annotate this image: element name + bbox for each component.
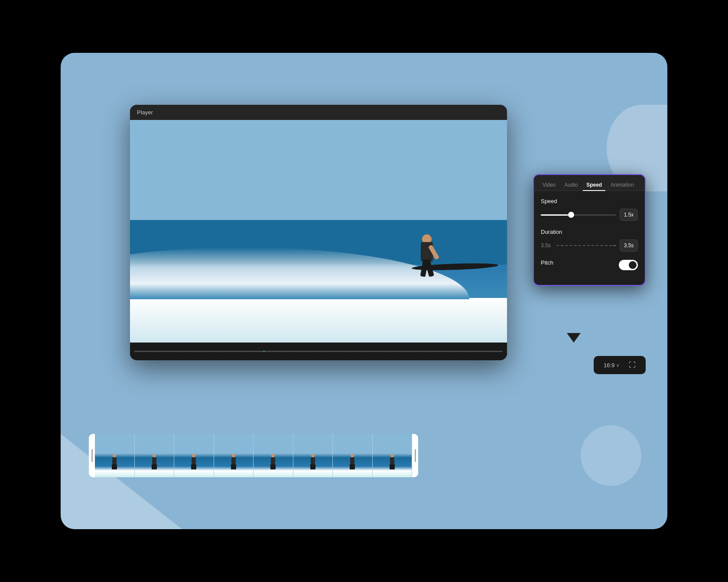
film-frame-4 [214,434,254,477]
speed-value: 1.5x [620,209,638,221]
tab-video[interactable]: Video [539,179,559,191]
mini-surfer-4 [230,454,237,469]
player-title: Player [137,109,153,116]
pitch-section: Pitch [541,259,638,270]
film-frame-3 [174,434,214,477]
film-frame-7 [333,434,373,477]
speed-slider-row: 1.5x [541,209,638,221]
timeline-track[interactable] [134,351,503,352]
speed-slider-thumb[interactable] [568,212,574,218]
expand-icon[interactable]: ⛶ [629,361,636,369]
mini-surfer-8 [389,454,396,469]
panel-tabs: Video Audio Speed Animation [534,175,645,191]
duration-end: 3.5s [620,239,638,252]
mini-surfer-7 [349,454,356,469]
player-window: Player [130,105,507,360]
filmstrip-handle-right[interactable] [412,434,418,477]
speed-label: Speed [541,198,638,204]
duration-section: Duration 3.5s → 3.5s [541,229,638,252]
pitch-label: Pitch [541,259,553,266]
speed-section: Speed 1.5x [541,198,638,221]
filmstrip-frames [95,434,412,477]
duration-label: Duration [541,229,638,235]
handle-line-left [91,449,93,462]
film-frame-5 [254,434,293,477]
mini-surfer-6 [309,454,316,469]
bg-shape-bottom-right [581,425,641,486]
duration-track-container: → [556,241,616,250]
timeline-cursor [263,351,264,352]
tab-audio[interactable]: Audio [561,179,581,191]
mini-surfer-3 [190,454,197,469]
duration-row: 3.5s → 3.5s [541,239,638,252]
aspect-ratio-bar[interactable]: 16:9 ∨ ⛶ [594,356,646,374]
film-frame-2 [135,434,175,477]
film-frame-6 [293,434,333,477]
mini-surfer-2 [151,454,158,469]
filmstrip [89,434,418,477]
panel-caret [567,333,581,343]
film-frame-1 [95,434,135,477]
speed-slider-container[interactable] [541,210,616,219]
outer-background: Player [61,53,667,529]
surf-scene [130,120,507,343]
duration-start: 3.5s [541,242,553,249]
panel-content: Speed 1.5x Duration 3.5s [534,191,645,285]
handle-line-right [415,449,416,462]
filmstrip-handle-left[interactable] [89,434,95,477]
duration-arrow-right: → [611,242,616,249]
film-frame-8 [373,434,413,477]
player-video-area [130,120,507,343]
mini-surfer-1 [111,454,118,469]
aspect-ratio-label: 16:9 ∨ [604,362,619,369]
toggle-knob [629,261,637,269]
player-titlebar: Player [130,105,507,120]
mini-surfer-5 [270,454,276,469]
pitch-row: Pitch [541,259,638,270]
pitch-toggle[interactable] [619,260,638,270]
tab-speed[interactable]: Speed [583,179,605,191]
speed-slider-fill [541,214,571,216]
surfer-body [416,234,438,278]
settings-panel: Video Audio Speed Animation Speed [533,174,646,286]
wave [130,247,507,299]
aspect-chevron-icon: ∨ [616,363,619,368]
duration-dashed-track [556,245,616,246]
player-timeline[interactable] [130,343,507,360]
speed-slider-track[interactable] [541,214,616,216]
surfer [407,213,446,291]
tab-animation[interactable]: Animation [607,179,637,191]
